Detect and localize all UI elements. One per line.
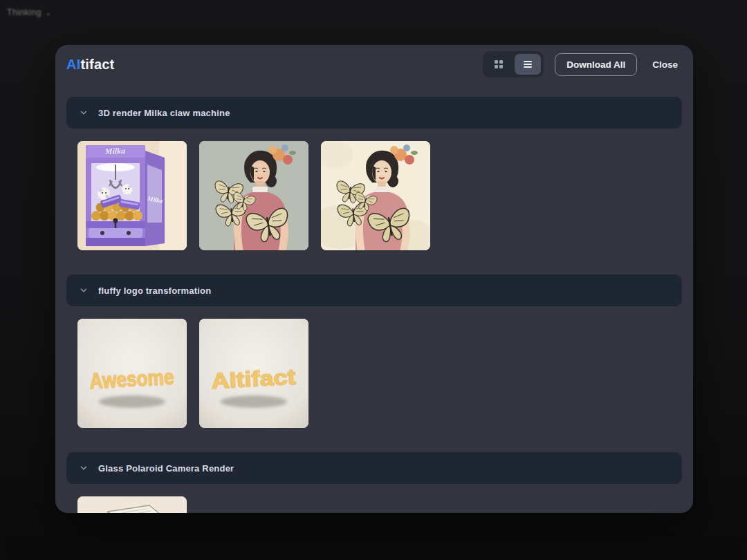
header-actions: Download All Close bbox=[483, 51, 678, 77]
artifact-thumbnail[interactable] bbox=[199, 141, 308, 250]
section-header[interactable]: 3D render Milka claw machine bbox=[66, 97, 682, 129]
artifact-modal: AItifact Download All Close 3D rend bbox=[55, 45, 693, 513]
section-header[interactable]: Glass Polaroid Camera Render bbox=[66, 452, 682, 484]
grid-view-button[interactable] bbox=[486, 54, 512, 75]
artifact-thumbnail[interactable]: Awesome bbox=[77, 319, 187, 428]
view-toggle bbox=[483, 51, 544, 77]
sections-container: 3D render Milka claw machine Milka Milka bbox=[55, 84, 693, 513]
artifact-thumbnail[interactable]: Milka Milka bbox=[77, 141, 187, 250]
thumbnail-row bbox=[66, 496, 682, 513]
background-label: Thinking bbox=[7, 8, 42, 17]
download-all-button[interactable]: Download All bbox=[555, 53, 637, 76]
fluffy-word-text: AItifact bbox=[211, 364, 297, 393]
chevron-down-icon bbox=[79, 108, 89, 118]
chevron-down-icon bbox=[79, 286, 89, 295]
thumbnail-row: Milka Milka bbox=[66, 141, 682, 250]
background-app-text: Thinking⌄ bbox=[7, 8, 51, 17]
thumbnail-row: Awesome AItifact bbox=[66, 319, 682, 428]
chevron-down-icon bbox=[79, 463, 89, 473]
section-header[interactable]: fluffy logo transformation bbox=[66, 274, 682, 306]
background-chevron-icon: ⌄ bbox=[46, 9, 52, 17]
artifact-thumbnail[interactable]: AItifact bbox=[199, 319, 308, 428]
artifact-thumbnail[interactable] bbox=[77, 496, 187, 513]
aitifact-logo: AItifact bbox=[66, 57, 114, 73]
logo-accent-text: AI bbox=[66, 57, 80, 72]
logo-rest-text: tifact bbox=[80, 57, 114, 72]
list-view-button[interactable] bbox=[515, 54, 541, 75]
section-title: fluffy logo transformation bbox=[98, 286, 211, 296]
close-button[interactable]: Close bbox=[652, 59, 678, 70]
fluffy-word-text: Awesome bbox=[89, 364, 175, 393]
svg-text:Milka: Milka bbox=[104, 146, 126, 156]
grid-icon bbox=[493, 59, 504, 70]
section-title: 3D render Milka claw machine bbox=[98, 108, 230, 118]
section-title: Glass Polaroid Camera Render bbox=[98, 463, 234, 474]
list-icon bbox=[522, 59, 533, 70]
artifact-thumbnail[interactable] bbox=[321, 141, 430, 250]
modal-header: AItifact Download All Close bbox=[55, 45, 693, 84]
